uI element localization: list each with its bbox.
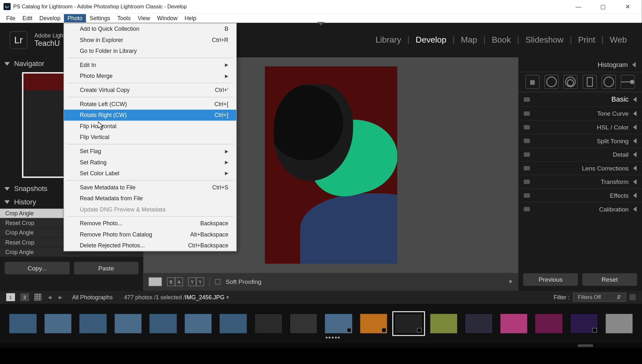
menu-item-show-in-explorer[interactable]: Show in ExplorerCtrl+R [64,34,236,45]
soft-proofing-checkbox[interactable] [215,279,220,284]
panel-switch-icon[interactable] [524,152,530,157]
menu-item-remove-photo[interactable]: Remove Photo...Backspace [64,218,236,229]
panel-transform[interactable]: Transform [518,175,642,188]
filter-select[interactable]: Filters Off⇵ [573,293,626,302]
secondary-display-2[interactable]: 2 [20,293,29,301]
crop-tool-icon[interactable]: ▦ [525,75,539,89]
panel-switch-icon[interactable] [524,180,530,184]
filmstrip-thumbnail[interactable] [535,313,563,334]
close-button[interactable]: ✕ [620,0,636,12]
panel-effects[interactable]: Effects [518,188,642,202]
paste-button[interactable]: Paste [73,261,139,275]
radial-tool-icon[interactable] [602,75,616,89]
menu-help[interactable]: Help [181,14,200,22]
panel-switch-icon[interactable] [524,139,530,143]
menu-item-read-metadata-from-file[interactable]: Read Metadata from File [64,193,236,204]
filmstrip-thumbnail[interactable] [395,313,423,334]
menu-settings[interactable]: Settings [86,14,114,22]
panel-hsl-color[interactable]: HSL / Color [518,120,642,134]
panel-switch-icon[interactable] [524,193,530,198]
menu-window[interactable]: Window [154,14,181,22]
panel-switch-icon[interactable] [524,112,530,116]
panel-switch-icon[interactable] [524,166,530,170]
panel-switch-icon[interactable] [524,97,530,102]
menu-item-photo-merge[interactable]: Photo Merge▶ [64,70,236,81]
toolbar-chevron-icon[interactable]: ▼ [508,279,513,285]
filmstrip-thumbnail[interactable] [149,313,177,334]
menu-item-remove-photo-from-catalog[interactable]: Remove Photo from CatalogAlt+Backspace [64,229,236,240]
menu-file[interactable]: File [3,14,19,22]
spot-tool-icon[interactable] [544,75,559,89]
module-develop[interactable]: Develop [410,33,452,48]
menu-item-flip-horizontal[interactable]: Flip Horizontal [64,120,236,131]
menu-item-flip-vertical[interactable]: Flip Vertical [64,132,236,143]
panel-switch-icon[interactable] [524,207,530,211]
menu-item-add-to-quick-collection[interactable]: Add to Quick CollectionB [64,23,236,34]
menu-view[interactable]: View [134,14,153,22]
filmstrip-thumbnail[interactable] [360,313,388,334]
prev-photo-icon[interactable]: ◄ [47,294,53,301]
copy-button[interactable]: Copy... [4,261,70,275]
previous-button[interactable]: Previous [523,273,578,286]
module-book[interactable]: Book [486,33,516,48]
filmstrip-thumbnail[interactable] [570,313,598,334]
panel-lens-corrections[interactable]: Lens Corrections [518,161,642,175]
panel-split-toning[interactable]: Split Toning [518,134,642,148]
source-crumb[interactable]: All Photographs [72,294,113,301]
panel-calibration[interactable]: Calibration [518,202,642,216]
panel-detail[interactable]: Detail [518,147,642,161]
filmstrip[interactable]: ★★★★★ [0,304,642,343]
filmstrip-thumbnail[interactable] [254,313,282,334]
filmstrip-thumbnail[interactable] [289,313,317,334]
gradient-tool-icon[interactable] [583,75,597,89]
module-web[interactable]: Web [604,33,632,48]
menu-item-set-flag[interactable]: Set Flag▶ [64,146,236,157]
menu-item-rotate-left-ccw[interactable]: Rotate Left (CCW)Ctrl+[ [64,99,236,110]
collapse-top-icon[interactable] [317,22,324,26]
brush-tool-icon[interactable] [621,75,635,89]
before-after-lr-icon[interactable]: BA [167,277,183,286]
photo-canvas[interactable] [265,66,397,264]
menu-item-go-to-folder-in-library[interactable]: Go to Folder in Library [64,46,236,56]
menu-item-rotate-right-cw[interactable]: Rotate Right (CW)Ctrl+] [64,110,236,120]
reset-button[interactable]: Reset [582,273,638,286]
filmstrip-thumbnail[interactable] [465,313,493,334]
filmstrip-scrollbar[interactable] [0,343,642,348]
menu-photo[interactable]: Photo [64,14,86,22]
module-print[interactable]: Print [573,33,601,48]
module-library[interactable]: Library [370,33,407,48]
minimize-button[interactable]: — [570,0,586,12]
filmstrip-thumbnail[interactable] [9,313,37,334]
filmstrip-thumbnail[interactable] [500,313,528,334]
filmstrip-thumbnail[interactable] [430,313,458,334]
loupe-view-icon[interactable] [149,277,162,286]
filmstrip-thumbnail[interactable] [605,313,633,334]
menu-item-delete-rejected-photos[interactable]: Delete Rejected Photos...Ctrl+Backspace [64,240,236,251]
panel-tone-curve[interactable]: Tone Curve [518,107,642,120]
grid-view-icon[interactable] [34,294,41,301]
filmstrip-thumbnail[interactable] [184,313,212,334]
menu-item-create-virtual-copy[interactable]: Create Virtual CopyCtrl+' [64,85,236,95]
menu-item-set-color-label[interactable]: Set Color Label▶ [64,168,236,178]
filter-lock-icon[interactable] [629,294,636,300]
menu-edit[interactable]: Edit [19,14,36,22]
filmstrip-thumbnail[interactable] [44,313,72,334]
panel-switch-icon[interactable] [524,125,530,129]
menu-item-edit-in[interactable]: Edit In▶ [64,59,236,70]
menu-item-save-metadata-to-file[interactable]: Save Metadata to FileCtrl+S [64,182,236,193]
filmstrip-thumbnail[interactable]: ★★★★★ [324,313,352,334]
filmstrip-thumbnail[interactable] [79,313,107,334]
maximize-button[interactable]: ▢ [595,0,611,12]
secondary-display-1[interactable]: 1 [6,293,15,301]
menu-develop[interactable]: Develop [36,14,64,22]
panel-basic[interactable]: Basic [518,92,642,106]
next-photo-icon[interactable]: ► [58,294,64,301]
before-after-tb-icon[interactable]: YY [188,277,204,286]
module-slideshow[interactable]: Slideshow [520,33,569,48]
menu-tools[interactable]: Tools [114,14,134,22]
module-map[interactable]: Map [456,33,483,48]
menu-item-set-rating[interactable]: Set Rating▶ [64,157,236,168]
filmstrip-thumbnail[interactable] [219,313,247,334]
redeye-tool-icon[interactable] [563,75,578,89]
filmstrip-thumbnail[interactable] [114,313,142,334]
